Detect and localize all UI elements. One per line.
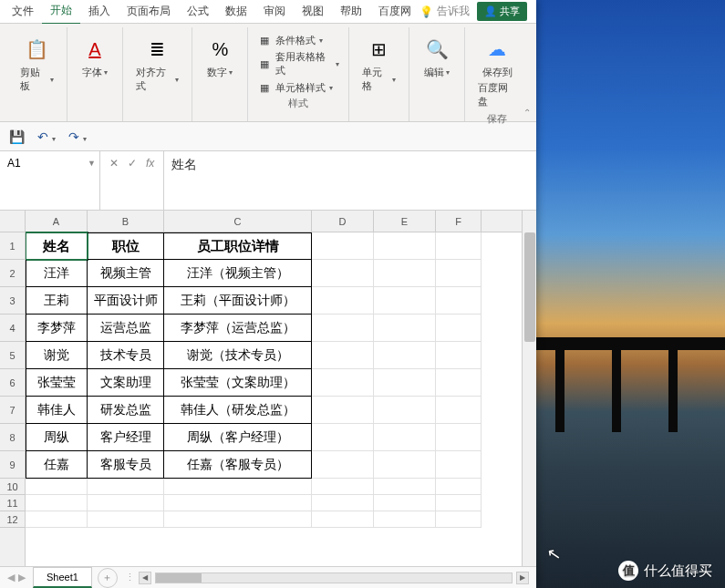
cell[interactable] (374, 260, 436, 287)
cell[interactable]: 任嘉 (26, 451, 88, 479)
undo-icon[interactable]: ↶ ▾ (37, 129, 56, 144)
save-baidu-button[interactable]: ☁保存到百度网盘 (474, 33, 520, 110)
tell-me[interactable]: 💡 告诉我 (419, 4, 470, 19)
row-header-11[interactable]: 11 (0, 495, 25, 511)
cell[interactable]: 客服专员 (88, 451, 164, 479)
cell[interactable]: 汪洋 (26, 260, 88, 287)
cell[interactable] (436, 424, 482, 451)
tab-layout[interactable]: 页面布局 (119, 0, 179, 24)
cell[interactable] (374, 369, 436, 397)
cell[interactable] (164, 511, 312, 528)
row-header-9[interactable]: 9 (0, 451, 25, 479)
cell[interactable] (436, 369, 482, 397)
column-header-A[interactable]: A (26, 211, 88, 232)
cell[interactable]: 员工职位详情 (164, 232, 312, 260)
chevron-down-icon[interactable]: ▼ (88, 159, 96, 168)
cell[interactable] (374, 342, 436, 369)
cell[interactable]: 张莹莹 (26, 369, 88, 397)
row-header-4[interactable]: 4 (0, 315, 25, 342)
column-header-E[interactable]: E (374, 211, 436, 232)
font-button[interactable]: A字体▾ (77, 33, 113, 81)
cell[interactable]: 谢觉（技术专员） (164, 342, 312, 369)
cell[interactable] (374, 397, 436, 424)
cell[interactable] (26, 479, 88, 495)
cell[interactable] (312, 260, 374, 287)
cell[interactable] (312, 397, 374, 424)
redo-icon[interactable]: ↷ ▾ (68, 129, 87, 144)
cell[interactable] (164, 479, 312, 495)
paste-button[interactable]: 📋剪贴板▾ (16, 33, 57, 95)
cell[interactable] (88, 479, 164, 495)
cell[interactable]: 张莹莹（文案助理） (164, 369, 312, 397)
cell[interactable] (436, 479, 482, 495)
cell[interactable]: 周纵 (26, 424, 88, 451)
row-header-1[interactable]: 1 (0, 232, 25, 260)
tab-file[interactable]: 文件 (4, 0, 42, 24)
cell[interactable]: 任嘉（客服专员） (164, 451, 312, 479)
row-header-7[interactable]: 7 (0, 397, 25, 424)
cell[interactable] (436, 342, 482, 369)
cell[interactable]: 李梦萍（运营总监） (164, 315, 312, 342)
tab-data[interactable]: 数据 (217, 0, 255, 24)
cell[interactable]: 韩佳人 (26, 397, 88, 424)
cell[interactable]: 李梦萍 (26, 315, 88, 342)
cell[interactable]: 韩佳人（研发总监） (164, 397, 312, 424)
cell[interactable] (436, 451, 482, 479)
cell[interactable] (374, 315, 436, 342)
cell[interactable] (312, 315, 374, 342)
cell[interactable]: 周纵（客户经理） (164, 424, 312, 451)
cancel-formula-icon[interactable]: ✕ (109, 157, 119, 170)
cell[interactable] (374, 479, 436, 495)
cell[interactable] (436, 315, 482, 342)
cell[interactable] (436, 287, 482, 315)
number-button[interactable]: %数字▾ (202, 33, 238, 81)
tab-help[interactable]: 帮助 (332, 0, 370, 24)
cell[interactable] (436, 260, 482, 287)
vertical-scrollbar[interactable] (522, 211, 536, 566)
save-icon[interactable]: 💾 (9, 129, 25, 144)
confirm-formula-icon[interactable]: ✓ (128, 157, 137, 170)
cell[interactable] (312, 479, 374, 495)
cell[interactable]: 运营总监 (88, 315, 164, 342)
formula-input[interactable]: 姓名 (164, 151, 536, 210)
cell[interactable]: 职位 (88, 232, 164, 260)
cell[interactable]: 研发总监 (88, 397, 164, 424)
cell[interactable] (436, 495, 482, 511)
scroll-left-icon[interactable]: ◀ (139, 572, 151, 584)
cell[interactable] (312, 451, 374, 479)
select-all-corner[interactable] (0, 211, 25, 232)
cell[interactable] (312, 511, 374, 528)
cell[interactable] (312, 287, 374, 315)
cell[interactable] (436, 511, 482, 528)
row-header-10[interactable]: 10 (0, 479, 25, 495)
row-header-12[interactable]: 12 (0, 511, 25, 528)
tab-baidu[interactable]: 百度网 (370, 0, 419, 24)
tab-formula[interactable]: 公式 (179, 0, 217, 24)
column-header-F[interactable]: F (436, 211, 482, 232)
cell[interactable] (436, 397, 482, 424)
cell[interactable] (436, 232, 482, 260)
name-box[interactable]: A1 ▼ (0, 151, 100, 210)
editing-button[interactable]: 🔍编辑▾ (419, 33, 455, 81)
column-header-C[interactable]: C (164, 211, 312, 232)
share-button[interactable]: 👤 共享 (477, 2, 527, 21)
cell[interactable] (374, 424, 436, 451)
row-header-2[interactable]: 2 (0, 260, 25, 287)
cell[interactable] (26, 495, 88, 511)
cells[interactable]: 姓名职位员工职位详情汪洋视频主管汪洋（视频主管）王莉平面设计师王莉（平面设计师）… (26, 232, 522, 528)
cell[interactable] (312, 232, 374, 260)
cell[interactable]: 平面设计师 (88, 287, 164, 315)
cell[interactable] (312, 369, 374, 397)
cell[interactable] (312, 424, 374, 451)
cell[interactable] (88, 511, 164, 528)
row-header-6[interactable]: 6 (0, 369, 25, 397)
add-sheet-button[interactable]: ＋ (98, 568, 118, 588)
cell[interactable] (374, 495, 436, 511)
tab-view[interactable]: 视图 (294, 0, 332, 24)
scroll-right-icon[interactable]: ▶ (516, 572, 529, 584)
cell[interactable] (374, 451, 436, 479)
cell[interactable] (26, 511, 88, 528)
cell[interactable]: 文案助理 (88, 369, 164, 397)
cell[interactable] (88, 495, 164, 511)
cell[interactable]: 姓名 (26, 232, 88, 260)
